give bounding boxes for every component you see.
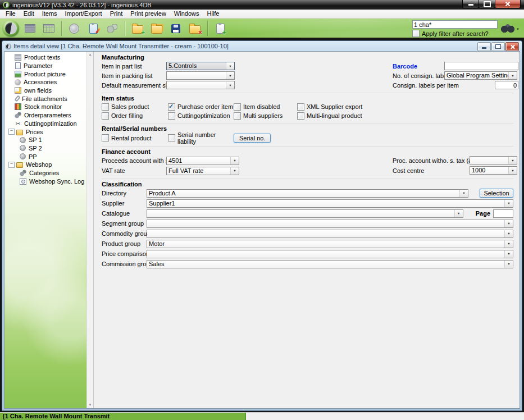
consign-labels-combo[interactable]: Global Program Settings bbox=[444, 71, 517, 80]
proc-account-abroad-combo[interactable] bbox=[470, 156, 517, 165]
categories-icon bbox=[20, 170, 26, 176]
section-header: Finance account bbox=[102, 148, 513, 156]
tree-item-pp[interactable]: PP bbox=[4, 152, 86, 161]
proceeds-account-combo[interactable]: 4501 bbox=[166, 157, 239, 165]
tree-item-sp1[interactable]: SP 1 bbox=[4, 136, 86, 144]
scroll-down-icon[interactable] bbox=[87, 402, 93, 408]
detail-close-button[interactable] bbox=[505, 42, 519, 51]
delete-item-icon[interactable]: × bbox=[186, 20, 203, 37]
tree-group-prices[interactable]: Prices bbox=[4, 127, 86, 136]
cuttingoptimization-checkbox[interactable] bbox=[168, 112, 175, 120]
new-clipboard-icon[interactable]: + bbox=[212, 20, 229, 37]
menu-items[interactable]: Items bbox=[38, 10, 61, 18]
tree-item-parameter[interactable]: Parameter bbox=[4, 62, 86, 70]
detail-minimize-button[interactable] bbox=[477, 42, 491, 51]
tree-item-categories[interactable]: Categories bbox=[4, 169, 86, 177]
settings-gears-icon[interactable] bbox=[104, 20, 121, 37]
accessories-icon bbox=[15, 79, 21, 85]
menu-edit[interactable]: Edit bbox=[20, 10, 38, 18]
tree-item-own-fields[interactable]: own fields bbox=[4, 86, 86, 95]
item-in-packing-list-combo[interactable] bbox=[166, 71, 235, 80]
tree-item-cuttingoptimization[interactable]: ✂Cuttingoptimization bbox=[4, 120, 86, 128]
tree-item-file-attachments[interactable]: File attachments bbox=[4, 94, 86, 103]
menu-import-export[interactable]: Import/Export bbox=[61, 10, 106, 18]
tree-item-accessories[interactable]: Accessories bbox=[4, 78, 86, 86]
tree-scrollbar[interactable] bbox=[86, 52, 93, 408]
folder-icon bbox=[16, 162, 23, 168]
price-comparison-group-combo[interactable] bbox=[147, 250, 513, 258]
mdi-area: Items detail view [1 Cha. Remote Wall Mo… bbox=[0, 38, 524, 413]
segment-group-combo[interactable] bbox=[147, 220, 513, 228]
tree-item-orderparameters[interactable]: Orderparameters bbox=[4, 111, 86, 120]
commission-group-combo[interactable]: Sales bbox=[147, 260, 513, 268]
table-view-icon[interactable] bbox=[40, 20, 57, 37]
catalogue-combo[interactable] bbox=[147, 209, 463, 218]
supplier-combo[interactable]: Supplier1 bbox=[147, 199, 513, 208]
section-header: Manufacturing bbox=[102, 53, 513, 61]
selection-button[interactable]: Selection bbox=[480, 189, 513, 198]
collapse-icon[interactable] bbox=[8, 162, 15, 168]
serial-number-liability-checkbox[interactable] bbox=[168, 134, 175, 141]
stock-monitor-icon bbox=[15, 103, 21, 110]
menu-print[interactable]: Print bbox=[106, 10, 127, 18]
tree-group-webshop[interactable]: Webshop bbox=[4, 161, 86, 169]
tree-item-sp2[interactable]: SP 2 bbox=[4, 144, 86, 153]
scroll-up-icon[interactable] bbox=[87, 52, 93, 58]
sales-product-checkbox[interactable] bbox=[102, 103, 109, 111]
collapse-icon[interactable] bbox=[8, 129, 15, 135]
tree-item-product-picture[interactable]: Product picture bbox=[4, 70, 86, 78]
apply-filter-checkbox[interactable] bbox=[412, 30, 420, 37]
commodity-group-combo[interactable] bbox=[147, 230, 513, 238]
menu-windows[interactable]: Windows bbox=[170, 10, 203, 18]
item-in-packing-list-label: Item in packing list bbox=[102, 72, 166, 79]
purchase-order-item-checkbox[interactable] bbox=[168, 103, 175, 111]
cost-centre-combo[interactable]: 1000 bbox=[470, 166, 517, 175]
own-fields-icon bbox=[15, 87, 21, 94]
close-icon bbox=[505, 1, 511, 7]
serial-no-button[interactable]: Serial no. bbox=[234, 134, 271, 143]
save-icon[interactable] bbox=[167, 20, 184, 37]
directory-combo[interactable]: Product A bbox=[147, 189, 468, 198]
search-dropdown-icon[interactable] bbox=[516, 25, 520, 31]
close-button[interactable] bbox=[495, 0, 521, 8]
rental-product-checkbox[interactable] bbox=[102, 134, 109, 141]
close-icon bbox=[510, 44, 515, 49]
product-texts-icon bbox=[15, 54, 21, 61]
barcode-link[interactable]: Barcode bbox=[393, 63, 444, 70]
chevron-down-icon bbox=[504, 220, 513, 227]
detail-window-title: Items detail view [1 Cha. Remote Wall Mo… bbox=[13, 43, 229, 49]
order-filling-checkbox[interactable] bbox=[102, 112, 109, 120]
minimize-icon bbox=[468, 4, 473, 6]
chevron-down-icon bbox=[504, 261, 513, 268]
detail-restore-button[interactable] bbox=[491, 42, 505, 51]
menu-print-preview[interactable]: Print preview bbox=[126, 10, 170, 18]
tree-item-webshop-sync-log[interactable]: Webshop Sync. Log bbox=[4, 177, 86, 185]
menu-file[interactable]: File bbox=[2, 10, 20, 18]
status-selected-item: [1 Cha. Remote Wall Mount Transmit bbox=[0, 413, 246, 420]
coin-icon[interactable] bbox=[66, 20, 83, 37]
xml-supplier-export-checkbox[interactable] bbox=[297, 103, 304, 111]
toolbar-separator bbox=[61, 21, 62, 36]
copy-item-icon[interactable] bbox=[148, 20, 165, 37]
search-binoculars-icon[interactable] bbox=[501, 24, 514, 33]
edit-item-icon[interactable] bbox=[85, 20, 102, 37]
barcode-input[interactable] bbox=[444, 62, 518, 70]
new-item-icon[interactable]: + bbox=[129, 20, 146, 37]
menu-hilfe[interactable]: Hilfe bbox=[203, 10, 223, 18]
item-in-part-list-combo[interactable]: 5.Controls bbox=[166, 62, 235, 70]
grid-view-icon[interactable] bbox=[21, 20, 38, 37]
default-measurement-combo[interactable] bbox=[166, 81, 235, 89]
page-input[interactable] bbox=[493, 209, 513, 218]
item-disabled-checkbox[interactable] bbox=[234, 103, 241, 111]
product-group-combo[interactable]: Motor bbox=[147, 240, 513, 248]
consign-per-item-input[interactable] bbox=[495, 81, 518, 89]
vat-rate-combo[interactable]: Full VAT rate bbox=[166, 167, 239, 175]
tree-item-product-texts[interactable]: Product texts bbox=[4, 53, 86, 62]
maximize-button[interactable] bbox=[479, 0, 495, 8]
minimize-button[interactable] bbox=[462, 0, 479, 8]
multi-lingual-product-checkbox[interactable] bbox=[297, 112, 304, 120]
chevron-down-icon bbox=[504, 230, 513, 238]
search-input[interactable] bbox=[412, 20, 498, 29]
tree-item-stock-monitor[interactable]: Stock monitor bbox=[4, 103, 86, 111]
multi-suppliers-checkbox[interactable] bbox=[234, 112, 241, 120]
